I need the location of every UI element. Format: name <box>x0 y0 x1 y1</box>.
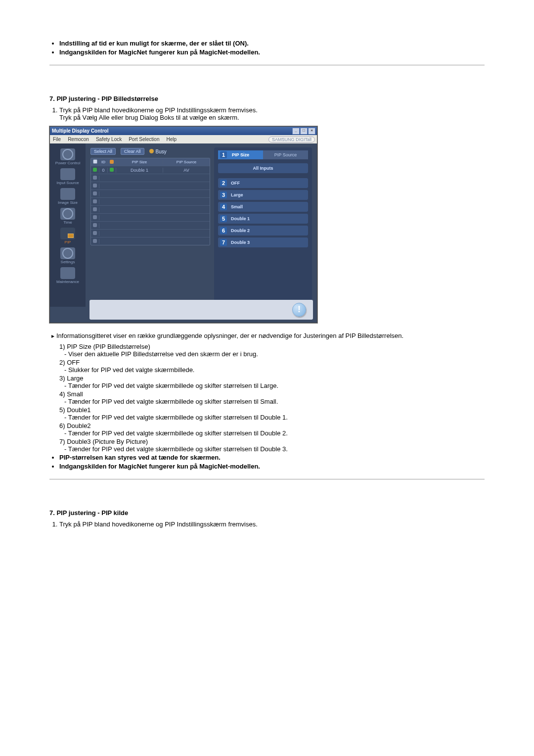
divider <box>49 479 485 479</box>
menu-remocon[interactable]: Remocon <box>68 137 89 142</box>
menu-port-selection[interactable]: Port Selection <box>129 137 159 142</box>
empty-row-icon <box>93 231 97 235</box>
section-heading-pip-size: 7. PIP justering - PIP Billedstørrelse <box>49 95 485 102</box>
sidebar-item-power-control[interactable]: Power Control <box>50 146 86 166</box>
window-title: Multiple Display Control <box>52 128 108 134</box>
info-note: Informationsgitteret viser en række grun… <box>56 332 403 339</box>
callout-number: 1 <box>220 151 227 158</box>
sidebar-item-image-size[interactable]: Image Size <box>50 186 86 206</box>
clock-icon <box>60 208 75 220</box>
option-large[interactable]: 3Large <box>218 190 308 200</box>
status-icon <box>110 160 114 164</box>
sidebar: Power Control Input Source Image Size Ti… <box>50 143 86 307</box>
option-double-2[interactable]: 6Double 2 <box>218 226 308 236</box>
maintenance-icon <box>60 267 75 279</box>
sidebar-item-input-source[interactable]: Input Source <box>50 166 86 186</box>
option-label: Double 3 <box>231 240 250 245</box>
clear-all-button[interactable]: Clear All <box>121 148 144 155</box>
display-grid: ID PIP Size PIP Source 0 Double 1 AV <box>90 158 210 245</box>
definition-item: 5) Double1- Tænder for PIP ved det valgt… <box>59 406 485 421</box>
checkbox-icon[interactable] <box>93 159 97 164</box>
empty-row-icon <box>93 215 97 219</box>
input-source-icon <box>60 168 75 180</box>
row-check-icon[interactable] <box>93 168 97 172</box>
all-inputs-button[interactable]: All Inputs <box>218 163 308 173</box>
section-heading-pip-source: 7. PIP justering - PIP kilde <box>49 509 485 517</box>
top-bullet: Indstilling af tid er kun muligt for skæ… <box>59 40 485 47</box>
empty-row-icon <box>93 239 97 243</box>
definition-item: 3) Large- Tænder for PIP ved det valgte … <box>59 375 485 389</box>
definition-item: 4) Small- Tænder for PIP ved det valgte … <box>59 390 485 405</box>
status-bar: ! <box>89 300 313 320</box>
brand-badge: SAMSUNG DIGITall <box>268 137 315 142</box>
gear-icon <box>60 247 75 259</box>
option-label: OFF <box>231 181 240 186</box>
close-button[interactable]: × <box>308 128 315 135</box>
titlebar: Multiple Display Control _ □ × <box>50 127 317 135</box>
definition-item: 7) Double3 (Picture By Picture)- Tænder … <box>59 438 485 453</box>
callout-number: 5 <box>220 215 227 222</box>
pip-icon <box>60 228 75 239</box>
info-icon[interactable]: ! <box>292 303 306 317</box>
minimize-button[interactable]: _ <box>292 128 300 135</box>
empty-row-icon <box>93 223 97 227</box>
top-bullet: Indgangskilden for MagicNet fungerer kun… <box>59 48 485 56</box>
empty-row-icon <box>93 199 97 203</box>
busy-label: Busy <box>156 149 167 154</box>
definition-item: 6) Double2- Tænder for PIP ved det valgt… <box>59 422 485 437</box>
select-all-button[interactable]: Select All <box>90 148 116 155</box>
option-label: Double 2 <box>231 228 250 233</box>
maximize-button[interactable]: □ <box>300 128 308 135</box>
sidebar-item-time[interactable]: Time <box>50 206 86 226</box>
step-item: Tryk på PIP bland hovedikonerne og PIP I… <box>59 106 485 121</box>
menu-safety-lock[interactable]: Safety Lock <box>96 137 122 142</box>
busy-indicator-icon <box>149 149 154 153</box>
row-pip-source: AV <box>163 168 210 173</box>
sidebar-item-pip[interactable]: PIP <box>50 226 86 245</box>
bottom-bullet: Indgangskilden for MagicNet fungerer kun… <box>59 463 485 470</box>
callout-number: 4 <box>220 203 227 210</box>
option-panel: 1 PIP Size PIP Source All Inputs 2OFF3La… <box>214 147 312 303</box>
option-small[interactable]: 4Small <box>218 202 308 212</box>
definition-item: 1) PIP Size (PIP Billedstørrelse)- Viser… <box>59 343 485 358</box>
divider <box>49 65 485 65</box>
callout-number: 3 <box>220 191 227 198</box>
option-double-1[interactable]: 5Double 1 <box>218 214 308 224</box>
callout-number: 2 <box>220 180 227 187</box>
empty-row-icon <box>93 184 97 188</box>
callout-number: 6 <box>220 227 227 234</box>
mdc-app-window: Multiple Display Control _ □ × File Remo… <box>49 126 317 323</box>
tab-pip-size[interactable]: 1 PIP Size <box>218 150 263 159</box>
option-double-3[interactable]: 7Double 3 <box>218 237 308 247</box>
empty-row-icon <box>93 207 97 211</box>
option-label: Double 1 <box>231 216 250 221</box>
definition-item: 2) OFF- Slukker for PIP ved det valgte s… <box>59 359 485 374</box>
grid-head-pip-source: PIP Source <box>163 160 210 164</box>
step-item: Tryk på PIP bland hovedikonerne og PIP I… <box>59 520 485 528</box>
sidebar-item-settings[interactable]: Settings <box>50 245 86 265</box>
menubar: File Remocon Safety Lock Port Selection … <box>50 135 317 143</box>
grid-head-id: ID <box>99 160 108 164</box>
option-label: Small <box>231 204 243 209</box>
power-icon <box>60 148 75 160</box>
row-status-icon <box>110 168 114 172</box>
arrow-icon: ▸ <box>49 332 56 340</box>
menu-help[interactable]: Help <box>166 137 177 142</box>
option-off[interactable]: 2OFF <box>218 178 308 188</box>
empty-row-icon <box>93 176 97 180</box>
callout-number: 7 <box>220 239 227 246</box>
empty-row-icon <box>93 191 97 195</box>
menu-file[interactable]: File <box>53 137 61 142</box>
sidebar-item-maintenance[interactable]: Maintenance <box>50 265 86 285</box>
row-id: 0 <box>99 168 108 173</box>
bottom-bullet: PIP-størrelsen kan styres ved at tænde f… <box>59 454 485 461</box>
row-pip-size: Double 1 <box>116 168 163 173</box>
tab-pip-source[interactable]: PIP Source <box>263 150 308 159</box>
grid-head-pip-size: PIP Size <box>116 160 163 164</box>
image-size-icon <box>60 188 75 200</box>
option-label: Large <box>231 192 243 197</box>
